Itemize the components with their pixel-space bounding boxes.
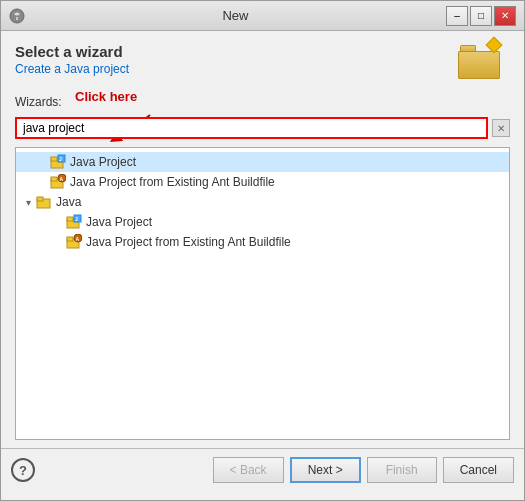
tree-item-label-ant-top: Java Project from Existing Ant Buildfile <box>70 175 275 189</box>
tree-item-label-java-folder: Java <box>56 195 81 209</box>
tree-item-label-java-project-sub: Java Project <box>86 215 152 229</box>
tree-item-label-java-project-top: Java Project <box>70 155 136 169</box>
svg-text:A: A <box>76 236 80 242</box>
ant-icon-sub: A <box>66 234 82 250</box>
dialog-content: Select a wizard Create a Java project Wi… <box>1 31 524 448</box>
java-project-icon-sub: J <box>66 214 82 230</box>
window-controls: – □ ✕ <box>446 6 516 26</box>
wizard-tree[interactable]: J Java Project A Java Project from Exist… <box>15 147 510 440</box>
back-button[interactable]: < Back <box>213 457 284 483</box>
window-title: New <box>25 8 446 23</box>
maximize-button[interactable]: □ <box>470 6 492 26</box>
page-title: Select a wizard <box>15 43 129 60</box>
tree-item-java-project-sub[interactable]: J Java Project <box>16 212 509 232</box>
tree-item-java-folder[interactable]: ▾ Java <box>16 192 509 212</box>
svg-rect-6 <box>51 177 57 181</box>
tree-item-ant-top[interactable]: A Java Project from Existing Ant Buildfi… <box>16 172 509 192</box>
footer-right: < Back Next > Finish Cancel <box>213 457 514 483</box>
svg-point-0 <box>10 9 24 23</box>
cancel-button[interactable]: Cancel <box>443 457 514 483</box>
header-icon <box>458 45 510 87</box>
footer-buttons: ? < Back Next > Finish Cancel <box>1 457 524 483</box>
titlebar: New – □ ✕ <box>1 1 524 31</box>
clear-icon: ✕ <box>497 123 505 134</box>
click-here-annotation: Click here <box>75 89 137 104</box>
header-area: Select a wizard Create a Java project <box>15 43 510 87</box>
svg-rect-2 <box>51 157 57 161</box>
tree-item-label-ant-sub: Java Project from Existing Ant Buildfile <box>86 235 291 249</box>
tree-item-ant-sub[interactable]: A Java Project from Existing Ant Buildfi… <box>16 232 509 252</box>
help-button[interactable]: ? <box>11 458 35 482</box>
expand-icon-sub <box>52 216 64 228</box>
svg-text:J: J <box>75 216 78 222</box>
page-subtitle: Create a Java project <box>15 62 129 76</box>
search-row: ✕ <box>15 117 510 139</box>
minimize-button[interactable]: – <box>446 6 468 26</box>
clear-search-button[interactable]: ✕ <box>492 119 510 137</box>
expand-collapse-java-icon[interactable]: ▾ <box>22 196 34 208</box>
ant-icon-top: A <box>50 174 66 190</box>
expand-icon <box>36 156 48 168</box>
svg-rect-10 <box>37 197 43 201</box>
next-button[interactable]: Next > <box>290 457 361 483</box>
new-wizard-window: New – □ ✕ Select a wizard Create a Java … <box>0 0 525 501</box>
svg-rect-12 <box>67 217 73 221</box>
header-text: Select a wizard Create a Java project <box>15 43 129 76</box>
svg-text:J: J <box>59 156 62 162</box>
expand-icon-ant-sub <box>52 236 64 248</box>
footer-left: ? <box>11 458 35 482</box>
search-annotation-wrapper: Click here ✕ <box>15 117 510 139</box>
close-button[interactable]: ✕ <box>494 6 516 26</box>
window-icon <box>9 8 25 24</box>
java-project-icon-top: J <box>50 154 66 170</box>
svg-text:A: A <box>60 176 64 182</box>
svg-rect-16 <box>67 237 73 241</box>
finish-button[interactable]: Finish <box>367 457 437 483</box>
tree-item-java-project-top[interactable]: J Java Project <box>16 152 509 172</box>
dialog-footer: ? < Back Next > Finish Cancel <box>1 448 524 500</box>
footer-divider <box>1 448 524 449</box>
expand-icon-ant-top <box>36 176 48 188</box>
java-folder-icon <box>36 194 52 210</box>
search-input[interactable] <box>15 117 488 139</box>
folder-body <box>458 51 500 79</box>
folder-icon-large <box>458 45 500 79</box>
